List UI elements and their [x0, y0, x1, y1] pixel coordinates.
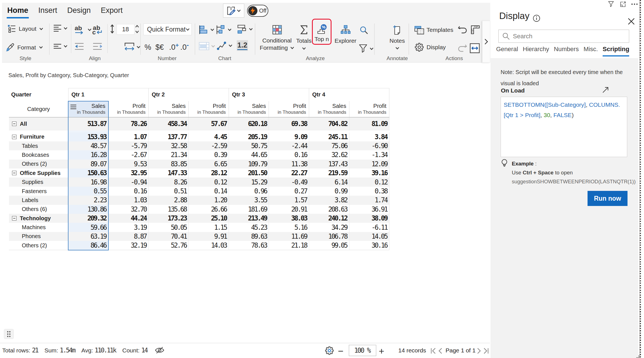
value-cell[interactable]: 44.24 [108, 214, 149, 223]
edit-mode-button[interactable] [223, 4, 244, 18]
value-cell[interactable]: 0.38 [349, 187, 389, 196]
top-n-button[interactable]: Top n [312, 19, 332, 45]
power-toggle[interactable]: Off [247, 5, 268, 17]
value-cell[interactable]: 32.95 [108, 169, 149, 177]
table-row[interactable]: All513.8778.26458.3457.67620.1869.38704.… [9, 117, 389, 131]
column-menu-icon[interactable] [70, 104, 77, 110]
number-format-toggle[interactable]: 1.2 [237, 40, 248, 51]
more-options-icon[interactable] [631, 1, 638, 8]
value-cell[interactable]: 59.66 [68, 223, 108, 232]
fit-width-button[interactable] [124, 42, 141, 51]
zoom-in-button[interactable]: + [379, 346, 384, 357]
value-cell[interactable]: 106.78 [309, 232, 349, 241]
value-cell[interactable]: 213.49 [229, 214, 269, 223]
horizontal-align-button[interactable] [53, 44, 68, 49]
tab-home[interactable]: Home [7, 6, 28, 17]
fit-to-width-toggle[interactable] [470, 43, 480, 53]
table-row[interactable]: Tables48.57-5.7932.58-2.5950.75-2.4475.0… [9, 141, 389, 150]
value-cell[interactable]: 45.23 [229, 223, 269, 232]
value-cell[interactable]: 620.18 [229, 117, 269, 131]
value-cell[interactable]: 63.19 [68, 232, 108, 241]
collapse-row-icon[interactable] [12, 216, 16, 221]
value-cell[interactable]: 1.57 [269, 196, 309, 205]
value-cell[interactable]: 137.77 [148, 132, 189, 141]
value-cell[interactable]: 16.28 [68, 150, 108, 159]
value-cell[interactable]: 0.39 [189, 150, 229, 159]
value-cell[interactable]: 3.84 [349, 132, 389, 141]
value-cell[interactable]: 137.43 [309, 160, 349, 169]
expand-editor-icon[interactable] [602, 86, 609, 94]
value-cell[interactable]: 8.26 [148, 177, 189, 186]
wrap-text-button[interactable] [75, 25, 92, 34]
value-cell[interactable]: 5.16 [269, 223, 309, 232]
value-cell[interactable]: 57.67 [189, 117, 229, 131]
value-cell[interactable]: 240.12 [309, 214, 349, 223]
templates-button[interactable]: Templates [414, 25, 453, 35]
measure-header[interactable]: Profitin Thousands [349, 101, 389, 117]
resize-button[interactable] [470, 25, 480, 34]
notes-button[interactable]: Notes [385, 21, 410, 50]
format-button[interactable]: Format [6, 43, 43, 52]
shrink-text-button[interactable] [92, 25, 102, 34]
last-page-button[interactable] [483, 348, 489, 354]
value-cell[interactable]: 4.45 [189, 132, 229, 141]
value-cell[interactable]: 50.75 [229, 141, 269, 150]
value-cell[interactable]: 30.16 [349, 241, 389, 250]
value-cell[interactable]: 704.82 [309, 117, 349, 131]
table-row[interactable]: Supplies16.98-0.948.260.1215.29-0.496.14… [9, 177, 389, 186]
previous-page-button[interactable] [438, 348, 442, 354]
value-cell[interactable]: 75.06 [309, 141, 349, 150]
value-cell[interactable]: -6.90 [349, 141, 389, 150]
value-cell[interactable]: 21.18 [269, 241, 309, 250]
value-cell[interactable]: 0.12 [349, 177, 389, 186]
row-height-spinner[interactable] [135, 25, 139, 34]
value-cell[interactable]: 1.07 [108, 132, 149, 141]
value-cell[interactable]: 38.03 [269, 214, 309, 223]
value-cell[interactable]: 99.05 [309, 241, 349, 250]
value-cell[interactable]: 0.96 [229, 187, 269, 196]
value-cell[interactable]: 11.69 [269, 232, 309, 241]
value-cell[interactable]: 83.85 [148, 160, 189, 169]
value-cell[interactable]: 50.05 [148, 223, 189, 232]
row-label[interactable]: Office Supplies [9, 169, 68, 177]
value-cell[interactable]: 9.91 [189, 232, 229, 241]
value-cell[interactable]: 219.59 [309, 169, 349, 177]
zoom-out-button[interactable]: − [338, 346, 344, 357]
value-cell[interactable]: 12.09 [349, 160, 389, 169]
value-cell[interactable]: 1.03 [108, 196, 149, 205]
collapse-row-icon[interactable] [12, 135, 16, 139]
value-cell[interactable]: 39.16 [349, 169, 389, 177]
percent-format-button[interactable]: % [145, 43, 151, 52]
measure-header[interactable]: Profitin Thousands [189, 101, 229, 117]
value-cell[interactable]: 78.26 [108, 117, 149, 131]
value-cell[interactable]: -2.59 [189, 141, 229, 150]
decimal-decrease-button[interactable]: .0- [180, 43, 189, 52]
value-cell[interactable]: 11.38 [269, 160, 309, 169]
row-label[interactable]: Others (2) [9, 241, 68, 250]
value-cell[interactable]: 135.68 [148, 205, 189, 214]
row-label[interactable]: Labels [9, 196, 68, 205]
value-cell[interactable]: 0.99 [309, 187, 349, 196]
value-cell[interactable]: 205.19 [229, 132, 269, 141]
value-cell[interactable]: -0.94 [108, 177, 149, 186]
value-cell[interactable]: 0.12 [189, 177, 229, 186]
drag-handle[interactable] [4, 329, 14, 339]
indent-button[interactable] [93, 43, 102, 50]
table-view-button[interactable] [199, 42, 215, 50]
value-cell[interactable]: 3.55 [229, 196, 269, 205]
value-cell[interactable]: 78.63 [229, 241, 269, 250]
value-cell[interactable]: -5.79 [108, 141, 149, 150]
value-cell[interactable]: 2.88 [148, 196, 189, 205]
value-cell[interactable]: -0.49 [269, 177, 309, 186]
value-cell[interactable]: 52.76 [148, 241, 189, 250]
value-cell[interactable]: -2.67 [108, 150, 149, 159]
value-cell[interactable]: 173.23 [148, 214, 189, 223]
next-page-button[interactable] [477, 348, 481, 354]
value-cell[interactable]: 70.41 [148, 232, 189, 241]
value-cell[interactable]: 8.87 [108, 232, 149, 241]
table-row[interactable]: Others (2)86.4632.1952.7614.0378.6321.18… [9, 241, 389, 250]
value-cell[interactable]: 6.14 [309, 177, 349, 186]
table-row[interactable]: Machines59.663.1950.051.1545.235.1634.29… [9, 223, 389, 232]
value-cell[interactable]: -2.44 [269, 141, 309, 150]
value-cell[interactable]: 209.32 [68, 214, 108, 223]
